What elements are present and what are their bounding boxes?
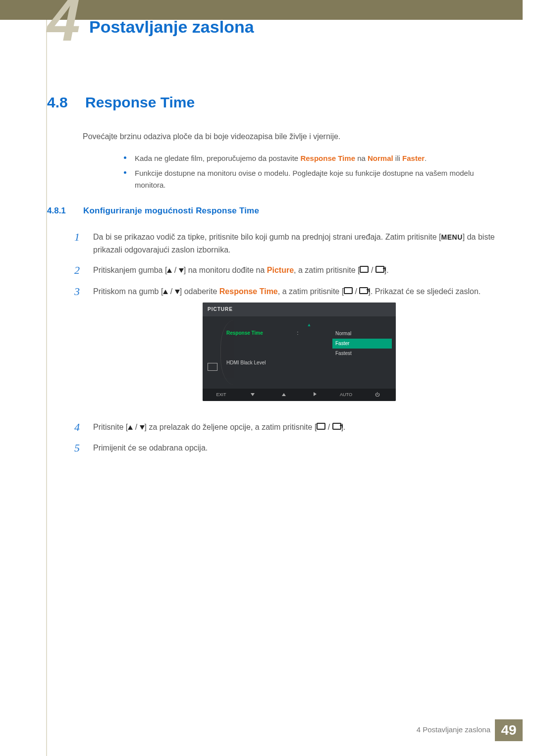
text: ] za prelazak do željene opcije, a zatim… (145, 423, 317, 431)
highlight: Normal (368, 154, 393, 162)
chapter-title: Postavljanje zaslona (89, 17, 254, 37)
highlight: Faster (402, 154, 425, 162)
note-list: Kada ne gledate film, preporučujemo da p… (104, 152, 505, 191)
page-number: 49 (495, 719, 523, 741)
step: 4 Pritisnite [ / ] za prelazak do željen… (74, 421, 505, 434)
highlight: Response Time (219, 287, 278, 296)
text: ] odaberite (180, 287, 219, 296)
step-number: 2 (74, 264, 83, 277)
content: 4.8 Response Time Povećajte brzinu odazi… (47, 94, 505, 462)
section-heading: 4.8 Response Time (47, 94, 505, 111)
text: , a zatim pritisnite [ (278, 287, 344, 296)
osd-scroll-up-icon: ▲ (226, 321, 392, 328)
step-text: Primijenit će se odabrana opcija. (93, 442, 505, 454)
text: , a zatim pritisnite [ (294, 266, 360, 274)
note-text: . (425, 154, 427, 162)
footer-chapter-label: 4 Postavljanje zaslona (417, 725, 490, 734)
up-down-icon: / (167, 266, 183, 274)
osd-menu: ▲ Response Time : Normal Faster Fastest (222, 319, 396, 374)
enter-icon: / (317, 423, 341, 431)
step-number: 5 (74, 442, 83, 454)
subsection-title: Konfiguriranje mogućnosti Response Time (83, 206, 259, 216)
section-number: 4.8 (47, 94, 74, 111)
osd-row: Response Time : Normal Faster Fastest (226, 329, 392, 358)
note-text: ili (393, 154, 402, 162)
osd-option-active: Faster (332, 339, 392, 349)
osd-screenshot: PICTURE ▲ Response Time : Normal (203, 302, 396, 401)
footer: 4 Postavljanje zaslona 49 (0, 719, 535, 741)
note-text: na (355, 154, 368, 162)
osd-up-icon (268, 391, 299, 398)
osd-exit-label: EXIT (206, 391, 237, 398)
step-text: Pritiskom na gumb [ / ] odaberite Respon… (93, 285, 505, 413)
osd-option: Fastest (332, 349, 392, 358)
note-item: Kada ne gledate film, preporučujemo da p… (124, 152, 505, 164)
step-text: Pritisnite [ / ] za prelazak do željene … (93, 421, 505, 434)
osd-body: ▲ Response Time : Normal Faster Fastest (203, 316, 396, 389)
enter-icon: / (360, 266, 384, 274)
osd-auto-label: AUTO (330, 391, 362, 398)
text: ]. Prikazat će se sljedeći zaslon. (368, 287, 481, 296)
osd-right-icon (299, 391, 330, 398)
chapter-number: 4 (47, 0, 80, 50)
text: Pritisnite [ (93, 423, 128, 431)
menu-label: MENU (441, 233, 463, 241)
text: Pritiskom na gumb [ (93, 287, 163, 296)
step: 3 Pritiskom na gumb [ / ] odaberite Resp… (74, 285, 505, 413)
osd-category-icon (208, 363, 217, 371)
subsection-heading: 4.8.1 Konfiguriranje mogućnosti Response… (47, 206, 505, 216)
subsection-number: 4.8.1 (47, 206, 74, 216)
text: Pritiskanjem gumba [ (93, 266, 167, 274)
step: 1 Da bi se prikazao vodič za tipke, prit… (74, 231, 505, 256)
step-text: Da bi se prikazao vodič za tipke, pritis… (93, 231, 505, 256)
section-title: Response Time (85, 94, 195, 111)
step-number: 4 (74, 421, 83, 434)
osd-header: PICTURE (203, 302, 396, 316)
osd-power-icon: ⏻ (362, 391, 393, 398)
step-number: 1 (74, 231, 83, 256)
osd-options: Normal Faster Fastest (332, 329, 392, 358)
step-number: 3 (74, 285, 83, 413)
enter-icon: / (344, 287, 368, 296)
up-down-icon: / (163, 287, 179, 296)
osd-sidebar (203, 319, 222, 374)
osd-option: Normal (332, 329, 392, 339)
step: 5 Primijenit će se odabrana opcija. (74, 442, 505, 454)
osd-row: HDMI Black Level (226, 358, 392, 367)
page: 4 Postavljanje zaslona 4.8 Response Time… (0, 0, 535, 756)
text: ] na monitoru dođite na (184, 266, 267, 274)
note-text: Kada ne gledate film, preporučujemo da p… (135, 154, 300, 162)
step: 2 Pritiskanjem gumba [ / ] na monitoru d… (74, 264, 505, 277)
highlight: Picture (267, 266, 294, 274)
osd-button-bar: EXIT AUTO ⏻ (203, 389, 396, 401)
highlight: Response Time (300, 154, 355, 162)
step-list: 1 Da bi se prikazao vodič za tipke, prit… (74, 231, 505, 454)
note-item: Funkcije dostupne na monitoru ovise o mo… (124, 167, 505, 191)
osd-down-icon (237, 391, 268, 398)
intro-text: Povećajte brzinu odaziva ploče da bi boj… (83, 131, 505, 143)
text: Da bi se prikazao vodič za tipke, pritis… (93, 233, 441, 241)
step-text: Pritiskanjem gumba [ / ] na monitoru dođ… (93, 264, 505, 277)
up-down-icon: / (128, 423, 144, 431)
